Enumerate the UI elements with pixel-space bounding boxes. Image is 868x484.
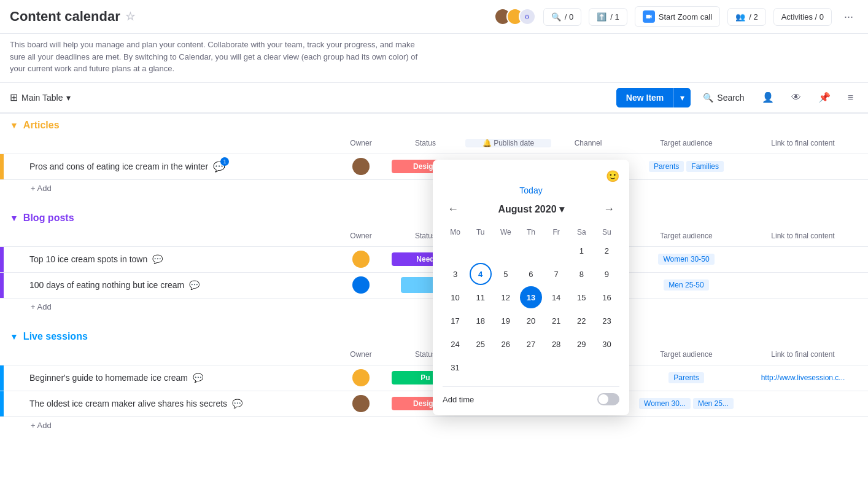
calendar-day[interactable]: 14 [545, 286, 567, 308]
avatar-count: ⚙ [519, 8, 536, 25]
col-header-link: Link to final content [748, 232, 858, 240]
link-cell[interactable]: http://www.livesession.c... [748, 373, 858, 382]
month-title[interactable]: August 2020 ▾ [498, 203, 564, 215]
calendar-day[interactable]: 25 [470, 333, 492, 355]
chat-icon[interactable]: 💬1 [213, 161, 225, 173]
chat-icon[interactable]: 💬 [232, 399, 242, 408]
live-sessions-add-row[interactable]: + Add [0, 417, 868, 434]
calendar-day[interactable]: 16 [595, 286, 618, 308]
calendar-day[interactable]: 26 [495, 333, 517, 355]
audience-cell: Men 25-50 [625, 279, 748, 291]
item-name[interactable]: 100 days of eating nothing but ice cream… [10, 280, 336, 290]
zoom-button[interactable]: Start Zoom call [635, 6, 720, 27]
add-time-toggle[interactable] [597, 393, 619, 405]
calendar-day[interactable]: 18 [470, 310, 492, 332]
filter-icon-button[interactable]: ≡ [843, 90, 858, 106]
chat-icon[interactable]: 💬 [193, 373, 203, 383]
calendar-day[interactable]: 10 [444, 286, 467, 308]
audience-cell: Women 30... Men 25... [625, 398, 748, 409]
calendar-day[interactable]: 19 [495, 310, 517, 332]
star-icon[interactable]: ☆ [125, 10, 135, 23]
chat-icon[interactable]: 💬 [152, 254, 163, 264]
calendar-day[interactable]: 8 [570, 263, 592, 285]
col-header-link: Link to final content [748, 139, 858, 147]
update-icon: ⬆️ [597, 12, 606, 21]
blog-posts-color-bar [0, 273, 4, 298]
calendar-day[interactable]: 11 [470, 286, 492, 308]
eye-icon-button[interactable]: 👁 [786, 90, 806, 106]
avatar-group: ⚙ [494, 8, 536, 25]
calendar-day[interactable]: 20 [520, 310, 542, 332]
group-articles-toggle[interactable]: ▼ [10, 120, 18, 130]
main-table-button[interactable]: ⊞ Main Table ▾ [10, 92, 71, 103]
calendar-day[interactable]: 6 [520, 263, 542, 285]
item-name-text: 100 days of eating nothing but ice cream [29, 280, 184, 290]
audience-tag[interactable]: Women 30-50 [658, 254, 714, 265]
group-live-sessions-name[interactable]: Live sessions [23, 331, 88, 342]
calendar-day[interactable]: 4 [470, 263, 492, 285]
calendar-day [470, 240, 492, 262]
audience-tag[interactable]: Men 25-50 [664, 279, 708, 291]
calendar-day [495, 356, 517, 378]
audience-tag[interactable]: Families [686, 161, 724, 172]
audience-tag[interactable]: Parents [668, 372, 703, 383]
members-button[interactable]: 👥 / 2 [727, 8, 765, 26]
new-item-button[interactable]: New Item [616, 88, 673, 107]
item-name[interactable]: The oldest ice cream maker alive shares … [10, 399, 336, 408]
calendar-day[interactable]: 7 [545, 263, 567, 285]
col-header-owner: Owner [336, 350, 386, 359]
articles-color-bar [0, 154, 4, 179]
item-name[interactable]: Pros and cons of eating ice cream in the… [10, 161, 336, 173]
board-description: This board will help you manage and plan… [0, 34, 430, 82]
activities-button[interactable]: Activities / 0 [773, 8, 832, 26]
add-time-row: Add time [443, 386, 619, 405]
prev-month-button[interactable]: ← [443, 200, 463, 218]
pin-icon-button[interactable]: 📌 [813, 89, 835, 106]
calendar-day[interactable]: 5 [495, 263, 517, 285]
today-button[interactable]: Today [443, 185, 619, 195]
calendar-day[interactable]: 12 [495, 286, 517, 308]
chat-icon[interactable]: 💬 [189, 280, 200, 290]
like-button[interactable]: 🔍 / 0 [543, 8, 581, 26]
calendar-day[interactable]: 28 [545, 333, 567, 355]
calendar-day[interactable]: 29 [570, 333, 592, 355]
new-item-chevron[interactable]: ▾ [673, 88, 691, 107]
person-icon-button[interactable]: 👤 [757, 89, 779, 106]
group-blog-posts-toggle[interactable]: ▼ [10, 213, 18, 223]
calendar-day[interactable]: 9 [595, 263, 618, 285]
search-label: Search [717, 93, 744, 103]
calendar-day[interactable]: 24 [444, 333, 467, 355]
search-button[interactable]: 🔍 Search [698, 90, 749, 105]
calendar-day[interactable]: 17 [444, 310, 467, 332]
group-blog-posts-name[interactable]: Blog posts [23, 213, 74, 224]
audience-cell: Women 30-50 [625, 254, 748, 265]
calendar-day[interactable]: 15 [570, 286, 592, 308]
calendar-day[interactable]: 31 [444, 356, 467, 378]
update-button[interactable]: ⬆️ / 1 [589, 8, 627, 26]
owner-cell [336, 395, 386, 412]
next-month-button[interactable]: → [599, 200, 619, 218]
audience-tag[interactable]: Parents [649, 161, 684, 172]
calendar-day[interactable]: 27 [520, 333, 542, 355]
calendar-day[interactable]: 3 [444, 263, 467, 285]
audience-tag[interactable]: Men 25... [693, 398, 734, 409]
calendar-day[interactable]: 13 [520, 286, 542, 308]
calendar-day[interactable]: 2 [595, 240, 618, 262]
group-live-sessions-toggle[interactable]: ▼ [10, 332, 18, 342]
item-name[interactable]: Beginner's guide to homemade ice cream 💬 [10, 373, 336, 383]
calendar-day[interactable]: 1 [570, 240, 592, 262]
board-title-container: Content calendar ☆ [10, 9, 135, 25]
members-icon: 👥 [735, 12, 745, 21]
calendar-day[interactable]: 21 [545, 310, 567, 332]
smiley-icon[interactable]: 🙂 [443, 170, 619, 183]
calendar-day[interactable]: 22 [570, 310, 592, 332]
calendar-day[interactable]: 30 [595, 333, 618, 355]
audience-tag[interactable]: Women 30... [639, 398, 691, 409]
group-articles-name[interactable]: Articles [23, 120, 60, 131]
more-options-button[interactable]: ··· [839, 8, 858, 26]
col-header-audience: Target audience [625, 232, 748, 240]
col-header-publish: 🔔 Publish date [465, 139, 551, 147]
table-icon: ⊞ [10, 92, 18, 103]
calendar-day[interactable]: 23 [595, 310, 618, 332]
item-name[interactable]: Top 10 ice cream spots in town 💬 [10, 254, 336, 264]
